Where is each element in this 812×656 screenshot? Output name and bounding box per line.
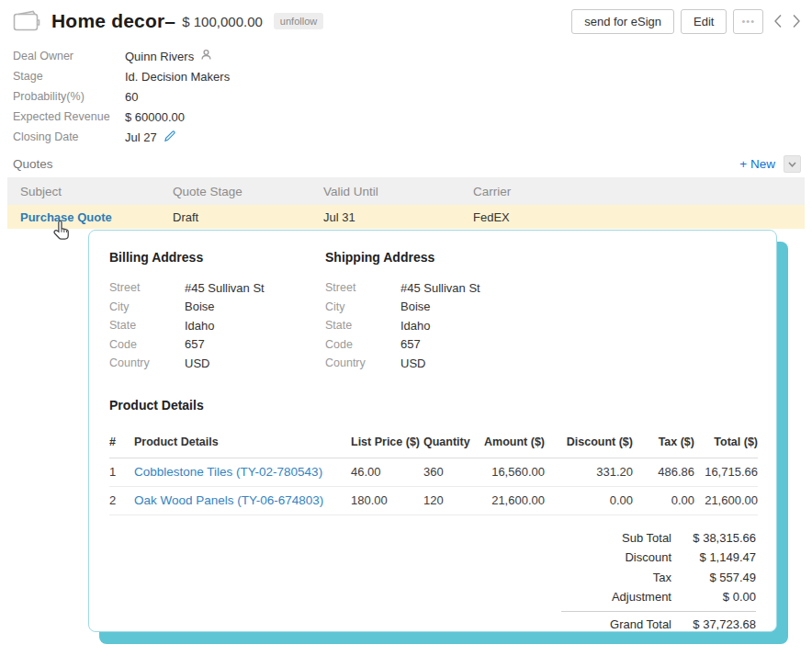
- product-quantity: 120: [423, 493, 477, 507]
- deal-detail-page: Home decor– $ 100,000.00 unfollow send f…: [0, 0, 812, 656]
- quotes-section-header: Quotes + New: [13, 155, 801, 173]
- field-expected-revenue: Expected Revenue $ 60000.00: [13, 107, 230, 127]
- product-name-link[interactable]: Cobblestone Tiles (TY-02-780543): [134, 465, 351, 479]
- product-row: 2 Oak Wood Panels (TY-06-674803) 180.00 …: [109, 487, 758, 515]
- hand-cursor-icon: [52, 220, 73, 242]
- product-list-price: 46.00: [351, 465, 423, 479]
- product-list-price: 180.00: [351, 493, 423, 507]
- field-label: Expected Revenue: [13, 110, 125, 123]
- quote-detail-card: Billing Address Street#45 Sullivan St Ci…: [88, 230, 777, 632]
- product-row: 1 Cobblestone Tiles (TY-02-780543) 46.00…: [109, 458, 758, 487]
- product-total: 21,600.00: [694, 493, 758, 507]
- chevron-left-icon[interactable]: [773, 14, 783, 28]
- shipping-country: USD: [400, 356, 425, 370]
- addr-label: Code: [325, 338, 400, 351]
- product-tax: 486.86: [633, 465, 694, 479]
- new-quote-dropdown-button[interactable]: [784, 155, 801, 173]
- totals-block: Sub Total $ 38,315.66 Discount $ 1,149.4…: [561, 528, 756, 634]
- field-stage: Stage Id. Decision Makers: [13, 66, 230, 86]
- expected-revenue-value: $ 60000.00: [125, 110, 185, 124]
- subtotal-row: Sub Total $ 38,315.66: [561, 528, 756, 549]
- product-amount: 21,600.00: [477, 493, 545, 507]
- send-for-esign-button[interactable]: send for eSign: [571, 9, 674, 34]
- subtotal-label: Sub Total: [561, 531, 671, 545]
- discount-value: $ 1,149.47: [671, 550, 756, 564]
- col-valid-until: Valid Until: [323, 185, 473, 198]
- col-quote-stage: Quote Stage: [173, 185, 323, 198]
- product-details-title: Product Details: [109, 398, 756, 413]
- shipping-code: 657: [400, 337, 421, 351]
- billing-address-block: Billing Address Street#45 Sullivan St Ci…: [109, 250, 299, 373]
- deal-fields: Deal Owner Quinn Rivers Stage Id. Decisi…: [13, 46, 230, 147]
- chevron-right-icon[interactable]: [792, 14, 801, 28]
- product-total: 16,715.66: [694, 465, 758, 479]
- record-navigation: [773, 14, 801, 28]
- adjustment-label: Adjustment: [561, 590, 671, 604]
- shipping-address-block: Shipping Address Street#45 Sullivan St C…: [325, 250, 515, 373]
- edit-button[interactable]: Edit: [681, 9, 727, 34]
- addr-label: Country: [109, 356, 185, 369]
- quote-stage-value: Draft: [173, 210, 323, 224]
- field-closing-date: Closing Date Jul 27: [13, 127, 230, 147]
- col-list-price: List Price ($): [351, 435, 423, 448]
- field-label: Probability(%): [13, 90, 125, 103]
- tax-value: $ 557.49: [671, 571, 756, 584]
- deal-amount: $ 100,000.00: [182, 14, 263, 29]
- grand-total-value: $ 37,723.68: [671, 617, 756, 631]
- person-icon[interactable]: [200, 49, 212, 63]
- shipping-address-title: Shipping Address: [325, 250, 515, 265]
- quote-carrier-value: FedEX: [473, 210, 805, 224]
- col-product-name: Product Details: [134, 435, 351, 448]
- discount-row: Discount $ 1,149.47: [561, 548, 756, 568]
- col-discount: Discount ($): [545, 435, 633, 448]
- quote-row[interactable]: Purchase Quote Draft Jul 31 FedEX: [7, 205, 805, 229]
- addr-label: Street: [325, 281, 400, 294]
- more-actions-button[interactable]: •••: [733, 9, 763, 34]
- subtotal-value: $ 38,315.66: [671, 531, 756, 545]
- quote-valid-until-value: Jul 31: [323, 210, 473, 224]
- stage-value: Id. Decision Makers: [125, 70, 230, 84]
- product-amount: 16,560.00: [477, 465, 545, 479]
- addr-label: Street: [109, 281, 185, 294]
- pencil-edit-icon[interactable]: [164, 130, 176, 145]
- quotes-table: Subject Quote Stage Valid Until Carrier …: [7, 177, 805, 229]
- unfollow-badge[interactable]: unfollow: [274, 13, 323, 29]
- page-title: Home decor–: [51, 10, 175, 32]
- closing-date-value: Jul 27: [125, 130, 157, 144]
- discount-label: Discount: [561, 550, 671, 564]
- deal-wallet-icon: [13, 10, 40, 32]
- quote-subject-link[interactable]: Purchase Quote: [20, 210, 173, 224]
- topbar: Home decor– $ 100,000.00 unfollow send f…: [0, 0, 812, 42]
- field-label: Closing Date: [13, 130, 125, 143]
- product-name-link[interactable]: Oak Wood Panels (TY-06-674803): [134, 493, 351, 507]
- col-carrier: Carrier: [473, 185, 805, 198]
- billing-country: USD: [185, 356, 209, 370]
- shipping-street: #45 Sullivan St: [400, 281, 480, 295]
- billing-city: Boise: [185, 300, 215, 313]
- new-quote-link[interactable]: + New: [739, 157, 775, 171]
- product-table: # Product Details List Price ($) Quantit…: [109, 427, 758, 515]
- col-quantity: Quantity: [423, 435, 477, 448]
- probability-value: 60: [125, 90, 138, 104]
- addr-label: Country: [325, 356, 400, 369]
- product-discount: 0.00: [545, 493, 633, 507]
- col-tax: Tax ($): [633, 435, 694, 448]
- billing-state: Idaho: [185, 319, 215, 333]
- grand-total-label: Grand Total: [561, 617, 671, 631]
- field-probability: Probability(%) 60: [13, 86, 230, 107]
- billing-address-title: Billing Address: [109, 250, 299, 265]
- adjustment-value: $ 0.00: [671, 590, 756, 604]
- addr-label: State: [325, 319, 400, 332]
- field-label: Deal Owner: [13, 50, 125, 62]
- tax-row: Tax $ 557.49: [561, 568, 756, 588]
- addresses: Billing Address Street#45 Sullivan St Ci…: [109, 250, 756, 373]
- field-deal-owner: Deal Owner Quinn Rivers: [13, 46, 230, 66]
- addr-label: City: [325, 300, 400, 313]
- col-amount: Amount ($): [477, 435, 545, 448]
- product-table-header: # Product Details List Price ($) Quantit…: [109, 427, 758, 458]
- topbar-actions: send for eSign Edit •••: [571, 9, 801, 34]
- product-discount: 331.20: [545, 465, 633, 479]
- quotes-section-label: Quotes: [13, 157, 53, 171]
- chevron-down-icon: [788, 162, 796, 167]
- product-num: 2: [109, 493, 134, 507]
